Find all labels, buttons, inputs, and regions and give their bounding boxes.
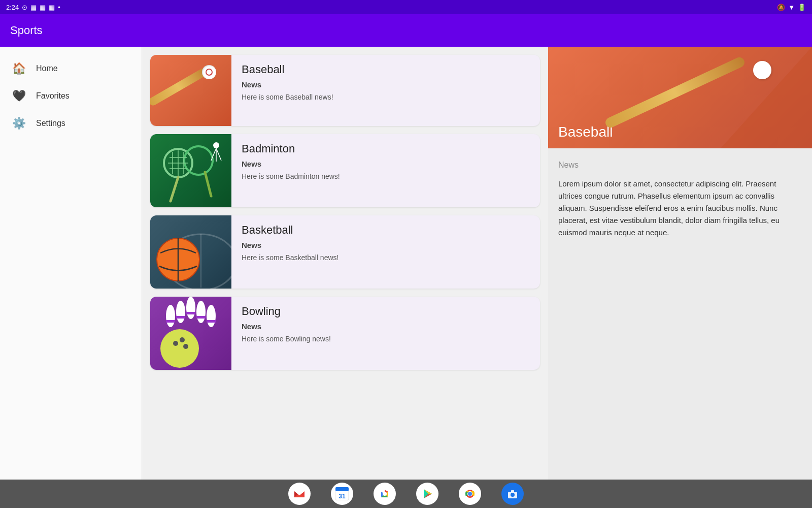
dock-app-photos[interactable]: [374, 483, 396, 505]
card-news-text-badminton: Here is some Badminton news!: [242, 172, 530, 180]
dock-app-camera[interactable]: [501, 483, 524, 505]
sidebar-label-home: Home: [36, 64, 58, 73]
sport-card-badminton[interactable]: Badminton News Here is some Badminton ne…: [150, 134, 540, 207]
sport-card-baseball[interactable]: Baseball News Here is some Baseball news…: [150, 55, 540, 126]
sport-image-bowling: [150, 297, 231, 370]
status-bar: 2:24 ⊙ ▦ ▦ ▦ • 🔕 ▼ 🔋: [0, 0, 812, 14]
svg-point-21: [196, 301, 206, 323]
sidebar: 🏠 Home 🖤 Favorites ⚙️ Settings: [0, 47, 142, 480]
detail-news-content: Lorem ipsum dolor sit amet, consectetur …: [558, 178, 802, 239]
app-bar: Sports: [0, 14, 812, 47]
svg-point-20: [176, 301, 185, 323]
card-news-text-bowling: Here is some Bowling news!: [242, 335, 530, 343]
sidebar-item-settings[interactable]: ⚙️ Settings: [0, 110, 142, 137]
dock-app-calendar[interactable]: 31: [331, 483, 353, 505]
card-news-label-badminton: News: [242, 160, 530, 168]
card-news-label-basketball: News: [242, 241, 530, 249]
svg-line-13: [216, 148, 221, 161]
baseball-decoration: [202, 65, 216, 79]
card-news-text-basketball: Here is some Basketball news!: [242, 253, 530, 262]
svg-line-3: [205, 172, 211, 196]
bat-decoration: [150, 67, 209, 107]
svg-point-19: [186, 297, 195, 319]
bottom-dock: 31: [0, 480, 812, 508]
bowling-svg: [150, 297, 231, 370]
sport-image-baseball: [150, 55, 231, 126]
card-news-label-baseball: News: [242, 80, 530, 89]
svg-point-30: [173, 341, 178, 346]
card-sport-name-badminton: Badminton: [242, 142, 530, 155]
svg-point-10: [213, 142, 219, 148]
detail-header: Baseball: [548, 47, 812, 148]
svg-rect-35: [335, 487, 349, 491]
status-left: 2:24 ⊙ ▦ ▦ ▦ •: [6, 4, 60, 11]
card-body-baseball: Baseball News Here is some Baseball news…: [231, 55, 540, 126]
status-time: 2:24: [6, 4, 19, 11]
status-dot: •: [58, 4, 60, 11]
svg-rect-25: [176, 316, 185, 319]
home-icon: 🏠: [12, 62, 26, 75]
detail-news-label: News: [558, 161, 802, 170]
detail-body: News Lorem ipsum dolor sit amet, consect…: [548, 148, 812, 251]
card-sport-name-bowling: Bowling: [242, 305, 530, 318]
favorites-icon: 🖤: [12, 89, 26, 103]
svg-rect-24: [186, 312, 195, 314]
svg-point-29: [160, 329, 199, 368]
status-icon-sim: ⊙: [22, 4, 27, 11]
status-icon-grid2: ▦: [40, 4, 46, 11]
card-sport-name-basketball: Basketball: [242, 224, 530, 237]
svg-point-46: [511, 493, 515, 497]
basketball-svg: [150, 215, 231, 289]
sidebar-label-favorites: Favorites: [36, 91, 70, 101]
sport-card-basketball[interactable]: Basketball News Here is some Basketball …: [150, 215, 540, 289]
sport-list: Baseball News Here is some Baseball news…: [142, 47, 548, 480]
svg-point-23: [207, 305, 216, 327]
svg-point-2: [181, 143, 216, 178]
svg-rect-27: [166, 320, 175, 323]
sport-image-badminton: [150, 134, 231, 207]
sidebar-item-home[interactable]: 🏠 Home: [0, 55, 142, 82]
status-icon-grid3: ▦: [49, 4, 55, 11]
sidebar-item-favorites[interactable]: 🖤 Favorites: [0, 82, 142, 110]
svg-rect-47: [511, 490, 514, 492]
svg-point-22: [166, 305, 175, 327]
mute-icon: 🔕: [777, 4, 785, 11]
svg-rect-26: [196, 316, 206, 319]
dock-app-chrome[interactable]: [459, 483, 481, 505]
card-news-label-bowling: News: [242, 322, 530, 331]
svg-line-1: [171, 177, 178, 201]
sidebar-label-settings: Settings: [36, 119, 65, 128]
main-content: 🏠 Home 🖤 Favorites ⚙️ Settings Baseball …: [0, 47, 812, 480]
sport-image-basketball: [150, 215, 231, 289]
battery-icon: 🔋: [798, 4, 806, 11]
dock-app-playstore[interactable]: [416, 483, 438, 505]
detail-triangle-decoration: [721, 47, 812, 148]
status-right: 🔕 ▼ 🔋: [777, 4, 806, 11]
status-icon-grid1: ▦: [30, 4, 37, 11]
card-body-bowling: Bowling News Here is some Bowling news!: [231, 297, 540, 370]
badminton-svg: [150, 134, 231, 207]
card-body-basketball: Basketball News Here is some Basketball …: [231, 215, 540, 289]
svg-point-32: [183, 344, 188, 349]
card-news-text-baseball: Here is some Baseball news!: [242, 93, 530, 101]
svg-point-43: [468, 492, 472, 496]
detail-sport-title: Baseball: [558, 124, 613, 140]
svg-point-31: [180, 337, 185, 342]
card-body-badminton: Badminton News Here is some Badminton ne…: [231, 134, 540, 207]
app-title: Sports: [10, 24, 43, 37]
svg-rect-28: [207, 320, 216, 323]
svg-text:31: 31: [339, 493, 346, 500]
wifi-icon: ▼: [788, 4, 795, 11]
detail-panel: Baseball News Lorem ipsum dolor sit amet…: [548, 47, 812, 480]
dock-app-gmail[interactable]: [288, 483, 311, 505]
card-sport-name-baseball: Baseball: [242, 63, 530, 76]
svg-point-38: [383, 492, 387, 496]
sport-card-bowling[interactable]: Bowling News Here is some Bowling news!: [150, 297, 540, 370]
settings-icon: ⚙️: [12, 117, 26, 130]
